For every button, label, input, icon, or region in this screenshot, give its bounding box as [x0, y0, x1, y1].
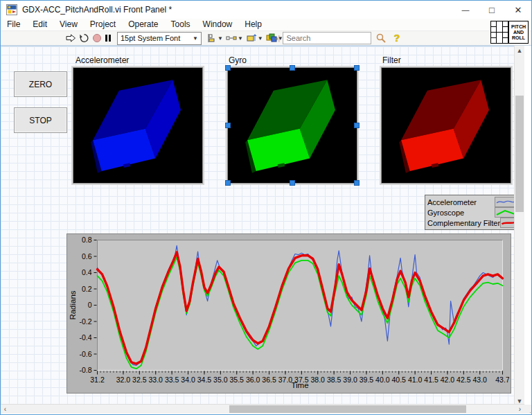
resize-grip[interactable] — [530, 412, 531, 413]
waveform-chart-plot: 31.232.032.533.033.534.034.535.035.536.0… — [67, 234, 509, 391]
abort-button[interactable] — [92, 32, 102, 44]
svg-text:0.4: 0.4 — [82, 268, 92, 276]
svg-text:0: 0 — [88, 301, 92, 309]
menu-help[interactable]: Help — [238, 19, 268, 30]
svg-text:32.0: 32.0 — [116, 376, 131, 384]
scroll-left-icon[interactable]: ‹ — [1, 405, 10, 414]
filter-3d-box — [382, 68, 511, 183]
menu-operate[interactable]: Operate — [122, 19, 164, 30]
selection-handle[interactable] — [354, 123, 360, 128]
vertical-scrollbar[interactable]: ▲ ▼ — [514, 46, 524, 405]
close-button[interactable]: ✕ — [505, 1, 531, 19]
selection-handle[interactable] — [225, 123, 231, 128]
svg-text:0.8: 0.8 — [82, 236, 92, 244]
selection-handle[interactable] — [290, 180, 295, 186]
svg-text:35.5: 35.5 — [230, 376, 245, 384]
chevron-down-icon: ▼ — [193, 35, 198, 42]
svg-text:41.0: 41.0 — [408, 376, 423, 384]
svg-text:42.0: 42.0 — [441, 376, 455, 384]
svg-text:0.2: 0.2 — [82, 285, 92, 293]
pause-button[interactable] — [105, 32, 112, 44]
gyro-3d-box — [228, 68, 357, 183]
accelerometer-3d-picture[interactable] — [73, 67, 203, 184]
accelerometer-box-label: Accelerometer — [76, 55, 129, 65]
selection-handle[interactable] — [354, 65, 360, 71]
scroll-right-icon[interactable]: › — [515, 405, 524, 414]
labview-vi-icon — [6, 4, 17, 15]
filter-box-label: Filter — [382, 55, 401, 65]
align-objects-button[interactable]: ▼ — [207, 32, 223, 44]
pause-icon — [105, 34, 112, 42]
abort-icon — [92, 33, 102, 43]
scroll-up-icon[interactable]: ▲ — [515, 46, 524, 55]
horizontal-scrollbar[interactable]: ‹ › — [1, 404, 524, 414]
waveform-chart: 31.232.032.533.033.534.034.535.035.536.0… — [66, 233, 511, 394]
chevron-down-icon: ▼ — [218, 35, 223, 42]
distribute-objects-button[interactable]: ▼ — [226, 32, 243, 44]
menu-project[interactable]: Project — [84, 19, 122, 30]
horizontal-scrollbar-thumb[interactable] — [229, 405, 466, 413]
vertical-scrollbar-thumb[interactable] — [515, 96, 524, 212]
stop-button[interactable]: STOP — [14, 107, 67, 133]
svg-text:0.6: 0.6 — [82, 252, 92, 261]
font-selector-value: 15pt System Font — [121, 34, 180, 42]
selection-handle[interactable] — [225, 65, 231, 71]
menu-bar: File Edit View Project Operate Tools Win… — [1, 19, 531, 31]
vi-icon-block[interactable]: PITCH AND ROLL — [490, 21, 529, 44]
run-button[interactable] — [66, 32, 76, 44]
svg-text:36.5: 36.5 — [262, 376, 276, 384]
legend-row-accelerometer: Accelerometer — [427, 197, 517, 207]
legend-row-complementary-filter: Complementary Filter — [427, 218, 517, 228]
menu-view[interactable]: View — [53, 19, 84, 30]
svg-text:32.5: 32.5 — [132, 376, 147, 384]
legend-label: Complementary Filter — [427, 219, 500, 227]
scrollbar-corner — [524, 405, 531, 414]
connector-pane-icon — [490, 21, 508, 44]
selection-handle[interactable] — [225, 180, 231, 186]
svg-text:43.0: 43.0 — [473, 376, 488, 384]
gyro-3d-picture[interactable] — [227, 67, 357, 184]
maximize-button[interactable]: □ — [479, 1, 505, 19]
svg-text:40.5: 40.5 — [392, 376, 407, 384]
font-selector[interactable]: 15pt System Font ▼ — [117, 32, 202, 45]
svg-text:36.0: 36.0 — [246, 376, 260, 384]
svg-text:35.0: 35.0 — [213, 376, 228, 384]
labview-front-panel-window: GDX-ACC_PitchAndRoll.vi Front Panel * — … — [0, 0, 532, 415]
resize-objects-button[interactable]: ▼ — [246, 32, 263, 44]
window-title: GDX-ACC_PitchAndRoll.vi Front Panel * — [22, 5, 172, 15]
toolbar-separator: ◂│ — [274, 35, 281, 42]
svg-text:40.0: 40.0 — [375, 376, 390, 384]
filter-3d-picture[interactable] — [381, 67, 511, 184]
legend-row-gyroscope: Gyroscope — [427, 207, 517, 218]
title-bar: GDX-ACC_PitchAndRoll.vi Front Panel * — … — [1, 1, 531, 19]
svg-text:-0.4: -0.4 — [79, 333, 91, 342]
minimize-button[interactable]: — — [452, 1, 479, 19]
search-icon[interactable] — [375, 33, 387, 44]
toolbar: 15pt System Font ▼ ▼ ▼ ▼ ▼ ◂│ ? — [1, 31, 531, 46]
run-continuous-icon — [79, 33, 89, 43]
svg-text:34.0: 34.0 — [181, 376, 195, 384]
selection-handle[interactable] — [354, 180, 360, 186]
resize-objects-icon — [246, 33, 257, 43]
menu-edit[interactable]: Edit — [26, 19, 53, 30]
search-input[interactable] — [283, 32, 371, 44]
menu-window[interactable]: Window — [197, 19, 239, 30]
menu-file[interactable]: File — [1, 19, 26, 30]
selection-handle[interactable] — [290, 65, 295, 71]
run-continuous-button[interactable] — [79, 32, 89, 44]
zero-button[interactable]: ZERO — [14, 71, 67, 97]
svg-text:-0.2: -0.2 — [79, 317, 91, 326]
chevron-down-icon: ▼ — [238, 35, 243, 42]
svg-text:-0.8: -0.8 — [79, 366, 91, 374]
svg-text:-0.6: -0.6 — [79, 350, 91, 358]
plot-legend: Accelerometer Gyroscope Complementary Fi… — [425, 195, 520, 230]
menu-tools[interactable]: Tools — [165, 19, 197, 30]
svg-text:Time: Time — [291, 381, 308, 389]
chevron-down-icon: ▼ — [258, 35, 263, 42]
accelerometer-3d-box — [73, 68, 202, 183]
legend-label: Accelerometer — [427, 198, 477, 206]
svg-text:43.7: 43.7 — [495, 376, 509, 384]
distribute-objects-icon — [226, 33, 237, 43]
help-icon[interactable]: ? — [393, 33, 400, 44]
svg-text:37.0: 37.0 — [278, 376, 293, 384]
